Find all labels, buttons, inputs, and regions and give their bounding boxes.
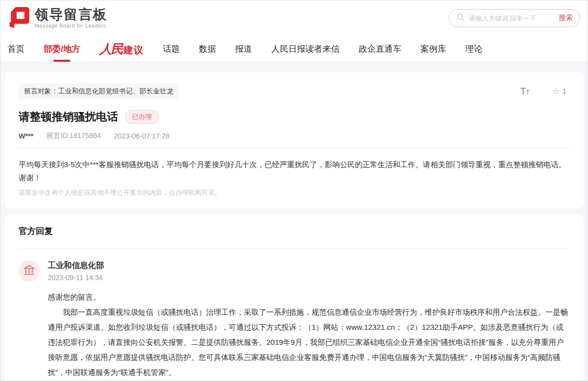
reply-text: 感谢您的留言。 我部一直高度重视垃圾短信（或骚扰电话）治理工作，采取了一系列措施… bbox=[48, 290, 569, 381]
favorite-button[interactable]: ☆ 1 bbox=[553, 86, 566, 96]
nav-item-people-suggestions[interactable]: 人民 建议 bbox=[100, 41, 144, 57]
nav-item-ministries-local[interactable]: 部委/地方 bbox=[44, 43, 80, 55]
nav-item-data[interactable]: 数据 bbox=[199, 43, 216, 55]
page-content: 留言对象：工业和信息化部党组书记、部长金壮龙 TT ☆ 1 请整顿推销骚扰电话 … bbox=[1, 62, 587, 381]
nav-item-reports[interactable]: 报道 bbox=[235, 43, 252, 55]
nav-item-gov-enterprise[interactable]: 政企直通车 bbox=[359, 43, 402, 55]
avatar bbox=[19, 261, 40, 282]
message-id: 留言ID:18175864 bbox=[47, 132, 101, 141]
message-title: 请整顿推销骚扰电话 bbox=[19, 109, 118, 124]
reply-agency-name: 工业和信息化部 bbox=[48, 261, 569, 271]
site-logo[interactable]: 领导留言板 Message Board for Leaders bbox=[8, 6, 108, 31]
site-header: 领导留言板 Message Board for Leaders 搜索 bbox=[1, 1, 587, 36]
logo-mark-icon bbox=[8, 6, 31, 31]
search-icon bbox=[456, 13, 465, 24]
reply-paragraph: 感谢您的留言。 bbox=[48, 290, 569, 305]
status-badge: 已办理 bbox=[125, 110, 159, 124]
reply-paragraph: 我部一直高度重视垃圾短信（或骚扰电话）治理工作，采取了一系列措施，规范信息通信企… bbox=[48, 305, 569, 380]
message-target-tag: 留言对象：工业和信息化部党组书记、部长金壮龙 bbox=[19, 83, 179, 99]
official-reply-card: 官方回复 工业和信息化部 202 bbox=[5, 214, 583, 381]
nav-item-reader-letters[interactable]: 人民日报读者来信 bbox=[271, 43, 340, 55]
main-nav: 首页 部委/地方 人民 建议 话题 数据 报道 人民日报读者来信 政企直通车 案… bbox=[1, 36, 587, 62]
reply-datetime: 2023-09-11 14:34 bbox=[48, 274, 569, 282]
logo-subtitle: Message Board for Leaders bbox=[35, 23, 108, 29]
government-building-icon bbox=[23, 264, 35, 278]
logo-title: 领导留言板 bbox=[35, 8, 108, 22]
search-input[interactable] bbox=[469, 15, 559, 22]
star-icon: ☆ bbox=[553, 86, 560, 96]
message-datetime: 2023-06-07 17:28 bbox=[114, 132, 170, 140]
nav-item-home[interactable]: 首页 bbox=[8, 43, 25, 55]
nav-item-theory[interactable]: 理论 bbox=[465, 43, 482, 55]
favorite-count: 1 bbox=[562, 87, 566, 95]
font-size-icon[interactable]: TT bbox=[520, 86, 530, 96]
message-body: 平均每天接到3-5次中***客服推销骚扰电话，平均每个月要接到好几十次，已经严重… bbox=[19, 158, 569, 185]
message-card: 留言对象：工业和信息化部党组书记、部长金壮龙 TT ☆ 1 请整顿推销骚扰电话 … bbox=[5, 72, 583, 208]
reply-section-title: 官方回复 bbox=[19, 225, 569, 248]
nav-item-topics[interactable]: 话题 bbox=[163, 43, 180, 55]
reply-block: 工业和信息化部 2023-09-11 14:34 感谢您的留言。 我部一直高度重… bbox=[19, 261, 569, 381]
search-box[interactable]: 搜索 bbox=[449, 9, 580, 27]
search-button[interactable]: 搜索 bbox=[559, 14, 573, 23]
message-author: W*** bbox=[19, 132, 34, 140]
privacy-note: 该留言中含有个人信息或其他不便公开展示的内容，仅办理机构可见。 bbox=[19, 188, 569, 197]
nav-item-case-library[interactable]: 案例库 bbox=[421, 43, 446, 55]
